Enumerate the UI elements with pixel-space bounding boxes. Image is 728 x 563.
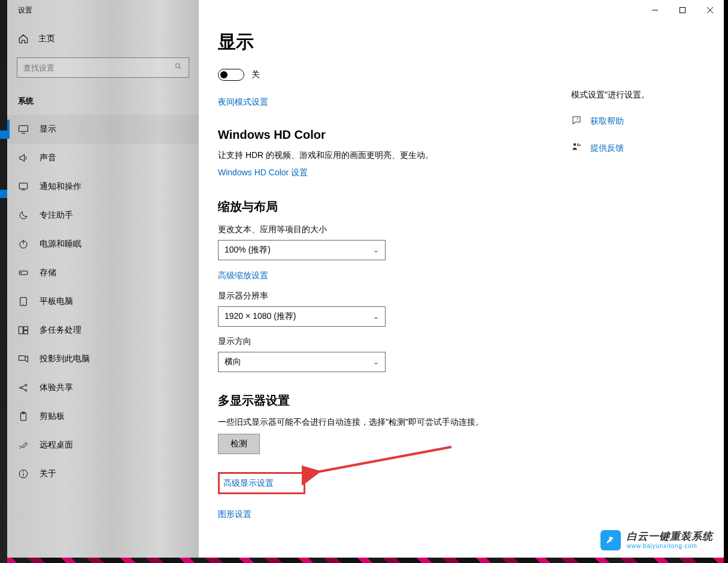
sidebar-item-focus[interactable]: 专注助手: [7, 201, 199, 230]
svg-rect-4: [19, 183, 28, 189]
watermark-badge-icon: [600, 530, 621, 550]
home-icon: [18, 34, 29, 44]
share-icon: [18, 382, 29, 393]
sidebar-nav: 显示 声音 通知和操作 专注助手 电源和睡眠 存储: [7, 115, 199, 488]
advanced-display-link[interactable]: 高级显示设置: [223, 478, 274, 488]
remote-icon: [18, 440, 29, 451]
sidebar-item-project[interactable]: 投影到此电脑: [7, 345, 199, 373]
svg-point-0: [175, 63, 180, 68]
multi-heading: 多显示器设置: [218, 392, 724, 409]
watermark-text: 白云一键重装系统 www.baiyunxitong.com: [627, 531, 713, 549]
sidebar-item-sound[interactable]: 声音: [7, 144, 199, 172]
get-help-link: 获取帮助: [590, 116, 624, 127]
speaker-icon: [18, 153, 29, 163]
app-title-text: 设置: [18, 5, 32, 16]
svg-point-8: [21, 272, 22, 273]
advanced-scale-link[interactable]: 高级缩放设置: [218, 270, 268, 280]
svg-rect-14: [19, 356, 26, 361]
maximize-button[interactable]: [669, 1, 696, 20]
sidebar-item-label: 远程桌面: [40, 440, 73, 451]
svg-point-17: [25, 389, 27, 391]
sidebar-item-label: 声音: [40, 153, 56, 163]
svg-point-31: [574, 143, 577, 146]
sidebar-item-label: 电源和睡眠: [40, 239, 81, 249]
get-help-row[interactable]: ? 获取帮助: [571, 115, 721, 127]
desktop-bottom-strip: [7, 558, 724, 563]
feedback-row[interactable]: 提供反馈: [571, 142, 721, 154]
sidebar-item-multitask[interactable]: 多任务处理: [7, 316, 199, 345]
annotation-highlight: 高级显示设置: [218, 472, 305, 494]
chevron-down-icon: ⌄: [373, 358, 379, 366]
sidebar-section-label: 系统: [18, 96, 199, 106]
monitor-icon: [18, 124, 29, 135]
text-size-dropdown[interactable]: 100% (推荐) ⌄: [218, 240, 386, 260]
settings-window: 设置 主页 系统 显示 声音 通知: [7, 0, 724, 558]
home-button[interactable]: 主页: [7, 20, 199, 49]
svg-rect-26: [680, 8, 685, 13]
feedback-icon: [571, 142, 582, 154]
sidebar-item-notifications[interactable]: 通知和操作: [7, 172, 199, 201]
sidebar-item-label: 剪贴板: [40, 411, 65, 422]
multi-description: 一些旧式显示器可能不会进行自动连接，选择"检测"即可尝试手动连接。: [218, 417, 724, 428]
tablet-icon: [18, 296, 29, 307]
detect-button[interactable]: 检测: [218, 434, 260, 454]
watermark-line1: 白云一键重装系统: [627, 531, 713, 543]
home-label: 主页: [38, 34, 55, 44]
svg-rect-11: [19, 327, 23, 334]
svg-point-24: [23, 471, 24, 472]
sidebar-item-remote[interactable]: 远程桌面: [7, 431, 199, 459]
desktop-left-strip: [0, 0, 7, 563]
search-input[interactable]: [23, 63, 143, 72]
sidebar-item-tablet[interactable]: 平板电脑: [7, 287, 199, 316]
sidebar-item-label: 体验共享: [40, 382, 73, 393]
sidebar-item-about[interactable]: 关于: [7, 459, 199, 488]
minimize-button[interactable]: [641, 1, 669, 20]
sidebar-item-display[interactable]: 显示: [7, 115, 199, 144]
night-mode-settings-link[interactable]: 夜间模式设置: [218, 97, 268, 106]
watermark: 白云一键重装系统 www.baiyunxitong.com: [600, 530, 713, 550]
annotation-arrow: [302, 443, 457, 485]
graphics-settings-link[interactable]: 图形设置: [218, 509, 251, 519]
search-icon: [174, 62, 183, 73]
sidebar-item-power[interactable]: 电源和睡眠: [7, 230, 199, 258]
sidebar-item-label: 存储: [40, 267, 56, 278]
night-mode-toggle[interactable]: [218, 69, 244, 81]
close-button[interactable]: [696, 1, 724, 20]
sidebar: 设置 主页 系统 显示 声音 通知: [7, 0, 199, 558]
resolution-value: 1920 × 1080 (推荐): [225, 311, 296, 322]
sidebar-item-storage[interactable]: 存储: [7, 258, 199, 287]
svg-rect-2: [19, 126, 28, 132]
info-icon: [18, 468, 29, 479]
svg-line-18: [22, 385, 25, 387]
text-size-label: 更改文本、应用等项目的大小: [218, 224, 724, 235]
right-column: 模式设置"进行设置。 ? 获取帮助 提供反馈: [571, 90, 721, 154]
resolution-dropdown[interactable]: 1920 × 1080 (推荐) ⌄: [218, 306, 386, 327]
sidebar-item-label: 平板电脑: [40, 296, 73, 307]
content-area: 显示 关 夜间模式设置 Windows HD Color 让支持 HDR 的视频…: [218, 30, 724, 558]
orientation-dropdown[interactable]: 横向 ⌄: [218, 352, 386, 372]
svg-line-29: [317, 447, 451, 472]
search-box[interactable]: [17, 57, 189, 78]
chevron-down-icon: ⌄: [373, 246, 379, 254]
help-icon: ?: [571, 115, 582, 127]
multitask-icon: [18, 325, 29, 336]
night-mode-state: 关: [251, 69, 260, 80]
notification-icon: [18, 181, 29, 192]
svg-rect-12: [24, 327, 28, 330]
sidebar-item-share[interactable]: 体验共享: [7, 373, 199, 402]
project-icon: [18, 354, 29, 364]
resolution-label: 显示器分辨率: [218, 291, 724, 302]
svg-point-16: [25, 384, 27, 386]
svg-rect-13: [24, 331, 28, 334]
storage-icon: [18, 267, 29, 278]
clipboard-icon: [18, 411, 29, 422]
sidebar-item-label: 显示: [40, 124, 56, 135]
sidebar-item-clipboard[interactable]: 剪贴板: [7, 402, 199, 431]
svg-line-1: [180, 68, 181, 69]
orientation-value: 横向: [225, 357, 241, 367]
window-controls: [641, 0, 724, 20]
svg-text:?: ?: [576, 117, 578, 121]
cutoff-text: [218, 53, 724, 63]
hdcolor-settings-link[interactable]: Windows HD Color 设置: [218, 168, 308, 177]
sidebar-item-label: 多任务处理: [40, 325, 81, 336]
